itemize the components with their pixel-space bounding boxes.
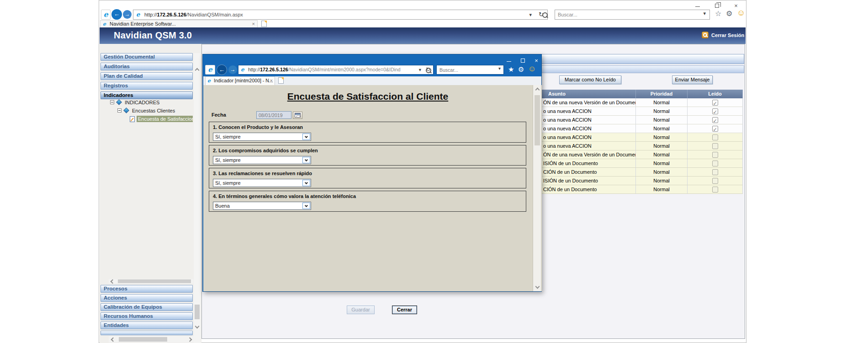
leido-checkbox[interactable] <box>712 143 718 149</box>
tab-close-icon[interactable]: × <box>252 21 255 27</box>
scroll-thumb[interactable] <box>118 279 191 283</box>
question-label: 3. Las reclamaciones se resuelven rápido <box>213 171 312 176</box>
sidebar-vscrollbar[interactable] <box>194 53 201 343</box>
back-button[interactable]: ← <box>111 9 122 20</box>
scroll-thumb[interactable] <box>535 95 540 145</box>
leido-checkbox[interactable] <box>712 178 718 184</box>
scroll-left-icon[interactable] <box>110 336 116 343</box>
logout-button[interactable]: Cerrar Sesión <box>702 32 757 40</box>
sidebar-item-recursos-humanos[interactable]: Recursos Humanos <box>101 312 193 320</box>
popup-address-bar[interactable]: e http://172.26.5.126/NavidianQSM/mint/m… <box>238 65 434 75</box>
search-icon[interactable] <box>426 68 432 74</box>
sidebar-item-partial[interactable] <box>101 331 193 335</box>
leido-checkbox[interactable] <box>712 100 718 106</box>
popup-search-box[interactable]: ▾ <box>436 65 504 75</box>
scroll-thumb[interactable] <box>195 305 200 319</box>
tree-node-encuestas-clientes[interactable]: Encuestas Clientes <box>132 108 175 113</box>
favorites-star-icon[interactable]: ★ <box>508 65 514 74</box>
search-box[interactable]: ▾ <box>555 10 710 20</box>
address-dropdown-icon[interactable]: ▾ <box>529 10 532 19</box>
select-chevron-icon[interactable] <box>302 134 310 140</box>
scroll-up-icon[interactable] <box>194 67 201 73</box>
sidebar-item-plan-de-calidad[interactable]: Plan de Calidad <box>101 72 193 80</box>
leido-checkbox[interactable] <box>712 152 718 158</box>
leido-checkbox[interactable] <box>712 134 718 140</box>
tree-node-encuesta-satisfaccion[interactable]: Encuesta de Satisfaccion al <box>137 116 193 122</box>
scroll-down-icon[interactable] <box>534 283 541 290</box>
smiley-feedback-icon[interactable]: ☺ <box>737 8 745 18</box>
tree-leaf-document-icon <box>130 116 135 122</box>
sidebar-item-calibracion-de-equipos[interactable]: Calibración de Equipos <box>101 303 193 311</box>
sidebar-hscrollbar[interactable] <box>109 336 194 343</box>
question-4-select[interactable]: Buena <box>213 202 311 210</box>
address-bar[interactable]: e http://172.26.5.126/NavidianQSM/main.a… <box>133 10 548 20</box>
popup-tab[interactable]: e Indicador [mintm2000] - N... × <box>205 76 275 85</box>
column-prioridad[interactable]: Prioridad <box>636 90 688 98</box>
search-icon[interactable] <box>542 12 548 18</box>
browser-tab[interactable]: e Navidian Enterprise Softwar... × <box>100 20 258 27</box>
tree-node-indicadores[interactable]: INDICADORES <box>125 100 159 105</box>
popup-vscrollbar[interactable] <box>533 85 541 291</box>
favorites-star-icon[interactable]: ☆ <box>715 9 721 18</box>
sidebar-item-auditorias[interactable]: Auditorias <box>101 63 193 70</box>
send-message-button[interactable]: Enviar Mensaje <box>672 75 713 84</box>
leido-checkbox[interactable] <box>712 169 718 175</box>
forward-button[interactable]: → <box>123 10 132 19</box>
sidebar-item-gestion-documental[interactable]: Gestión Documental <box>101 53 193 61</box>
question-1-select[interactable]: Sí, siempre <box>213 133 311 141</box>
sidebar-item-entidades[interactable]: Entidades <box>101 322 193 329</box>
question-3-select[interactable]: Sí, siempre <box>213 179 311 187</box>
save-button[interactable]: Guardar <box>347 305 375 314</box>
calendar-button[interactable] <box>293 112 302 119</box>
fecha-input[interactable] <box>256 111 291 119</box>
tab-close-icon[interactable]: × <box>270 78 273 83</box>
leido-checkbox[interactable] <box>712 187 718 193</box>
popup-maximize-button[interactable] <box>519 56 527 63</box>
scroll-right-icon[interactable] <box>186 336 193 343</box>
sidebar-item-indicadores[interactable]: Indicadores <box>101 91 193 99</box>
select-chevron-icon[interactable] <box>302 157 310 163</box>
search-input[interactable] <box>439 66 481 74</box>
leido-cell <box>688 150 743 159</box>
popup-ie-logo-button[interactable]: e <box>205 65 215 75</box>
popup-close-button[interactable]: × <box>532 56 540 63</box>
popup-back-button[interactable]: ← <box>217 64 227 75</box>
url-prefix: http:// <box>248 67 260 72</box>
sidebar-item-registros[interactable]: Registros <box>101 82 193 90</box>
sidebar-item-acciones[interactable]: Acciones <box>101 294 193 302</box>
tree-expander-icon[interactable] <box>117 108 122 113</box>
tree-hscrollbar[interactable] <box>109 279 193 284</box>
popup-minimize-button[interactable] <box>505 56 513 63</box>
restore-button[interactable] <box>712 1 721 8</box>
mark-unread-button[interactable]: Marcar como No Leído <box>559 75 621 84</box>
column-leido[interactable]: Leído <box>688 90 743 98</box>
scroll-left-icon[interactable] <box>110 279 115 284</box>
question-2-select[interactable]: Sí, siempre <box>213 156 311 164</box>
minimize-button[interactable] <box>693 1 702 8</box>
new-tab-button[interactable] <box>278 77 284 84</box>
scroll-down-icon[interactable] <box>194 323 201 329</box>
close-button[interactable]: × <box>731 1 741 8</box>
scroll-up-icon[interactable] <box>534 86 541 93</box>
select-chevron-icon[interactable] <box>302 180 310 186</box>
search-input[interactable] <box>558 11 666 19</box>
leido-checkbox[interactable] <box>712 126 718 132</box>
sidebar-item-procesos[interactable]: Procesos <box>101 285 193 293</box>
leido-checkbox[interactable] <box>712 117 718 123</box>
search-dropdown-icon[interactable]: ▾ <box>703 11 706 16</box>
settings-gear-icon[interactable]: ⚙ <box>518 65 524 74</box>
ie-logo-button[interactable]: e <box>101 10 111 20</box>
leido-checkbox[interactable] <box>712 108 718 114</box>
close-form-button[interactable]: Cerrar <box>392 305 417 314</box>
address-dropdown-icon[interactable]: ▾ <box>419 65 421 74</box>
back-arrow-icon: ← <box>114 11 120 17</box>
search-dropdown-icon[interactable]: ▾ <box>498 66 501 71</box>
scroll-thumb[interactable] <box>119 337 167 342</box>
tree-expander-icon[interactable] <box>110 100 114 104</box>
leido-checkbox[interactable] <box>712 161 718 166</box>
smiley-feedback-icon[interactable]: ☺ <box>528 64 536 74</box>
new-tab-button[interactable] <box>261 21 267 27</box>
settings-gear-icon[interactable]: ⚙ <box>726 9 732 18</box>
popup-forward-button[interactable]: → <box>228 65 237 74</box>
select-chevron-icon[interactable] <box>302 203 310 209</box>
